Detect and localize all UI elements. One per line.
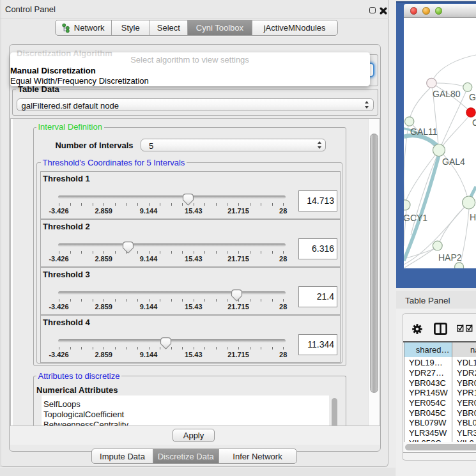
svg-text:GCY1: GCY1 xyxy=(404,213,427,223)
svg-text:C: C xyxy=(472,118,476,128)
svg-text:GAL11: GAL11 xyxy=(410,127,438,137)
svg-text:GAL4: GAL4 xyxy=(442,157,465,167)
svg-text:GA: GA xyxy=(469,92,476,102)
svg-text:GAL80: GAL80 xyxy=(433,89,461,99)
svg-text:H: H xyxy=(470,212,476,222)
svg-text:HAP2: HAP2 xyxy=(438,252,462,263)
